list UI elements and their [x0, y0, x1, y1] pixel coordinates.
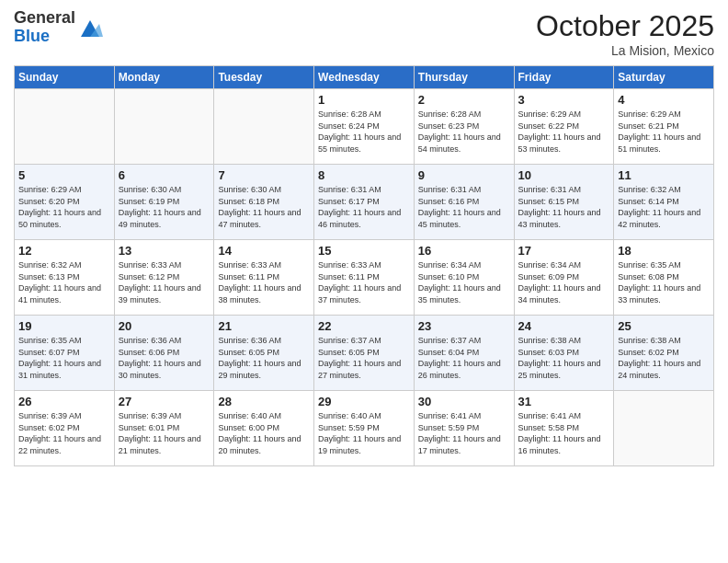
day-info: Sunrise: 6:30 AM Sunset: 6:19 PM Dayligh…	[119, 184, 210, 230]
day-number: 22	[318, 319, 410, 333]
day-info: Sunrise: 6:39 AM Sunset: 6:02 PM Dayligh…	[18, 410, 110, 456]
day-number: 14	[218, 244, 310, 258]
day-number: 23	[418, 319, 510, 333]
title-block: October 2025 La Mision, Mexico	[536, 9, 714, 58]
header-tuesday: Tuesday	[214, 66, 314, 89]
logo: General Blue	[14, 9, 103, 46]
day-cell: 12Sunrise: 6:32 AM Sunset: 6:13 PM Dayli…	[15, 240, 115, 316]
day-info: Sunrise: 6:32 AM Sunset: 6:13 PM Dayligh…	[18, 259, 110, 305]
day-number: 21	[218, 319, 310, 333]
day-number: 15	[318, 244, 410, 258]
day-cell: 4Sunrise: 6:29 AM Sunset: 6:21 PM Daylig…	[614, 89, 714, 165]
day-info: Sunrise: 6:40 AM Sunset: 6:00 PM Dayligh…	[218, 410, 310, 456]
day-cell: 31Sunrise: 6:41 AM Sunset: 5:58 PM Dayli…	[514, 391, 614, 466]
day-cell	[15, 89, 115, 165]
day-cell: 14Sunrise: 6:33 AM Sunset: 6:11 PM Dayli…	[214, 240, 314, 316]
day-cell: 15Sunrise: 6:33 AM Sunset: 6:11 PM Dayli…	[314, 240, 415, 316]
day-cell: 18Sunrise: 6:35 AM Sunset: 6:08 PM Dayli…	[614, 240, 714, 316]
day-number: 24	[518, 319, 610, 333]
day-cell: 24Sunrise: 6:38 AM Sunset: 6:03 PM Dayli…	[514, 316, 614, 391]
day-cell: 2Sunrise: 6:28 AM Sunset: 6:23 PM Daylig…	[414, 89, 514, 165]
day-cell: 30Sunrise: 6:41 AM Sunset: 5:59 PM Dayli…	[414, 391, 514, 466]
day-cell: 3Sunrise: 6:29 AM Sunset: 6:22 PM Daylig…	[514, 89, 614, 165]
header-friday: Friday	[514, 66, 614, 89]
day-info: Sunrise: 6:29 AM Sunset: 6:22 PM Dayligh…	[518, 109, 610, 155]
day-cell: 16Sunrise: 6:34 AM Sunset: 6:10 PM Dayli…	[414, 240, 514, 316]
day-number: 10	[518, 168, 610, 182]
day-info: Sunrise: 6:33 AM Sunset: 6:12 PM Dayligh…	[119, 259, 210, 305]
day-info: Sunrise: 6:33 AM Sunset: 6:11 PM Dayligh…	[318, 259, 410, 305]
day-cell: 27Sunrise: 6:39 AM Sunset: 6:01 PM Dayli…	[114, 391, 214, 466]
day-info: Sunrise: 6:41 AM Sunset: 5:58 PM Dayligh…	[518, 410, 610, 456]
day-cell: 29Sunrise: 6:40 AM Sunset: 5:59 PM Dayli…	[314, 391, 415, 466]
day-cell: 13Sunrise: 6:33 AM Sunset: 6:12 PM Dayli…	[114, 240, 214, 316]
day-cell: 9Sunrise: 6:31 AM Sunset: 6:16 PM Daylig…	[414, 165, 514, 240]
day-info: Sunrise: 6:33 AM Sunset: 6:11 PM Dayligh…	[218, 259, 310, 305]
day-info: Sunrise: 6:31 AM Sunset: 6:16 PM Dayligh…	[418, 184, 510, 230]
day-info: Sunrise: 6:37 AM Sunset: 6:04 PM Dayligh…	[418, 335, 510, 381]
day-cell: 6Sunrise: 6:30 AM Sunset: 6:19 PM Daylig…	[114, 165, 214, 240]
day-number: 27	[119, 395, 210, 408]
day-cell: 25Sunrise: 6:38 AM Sunset: 6:02 PM Dayli…	[614, 316, 714, 391]
day-info: Sunrise: 6:39 AM Sunset: 6:01 PM Dayligh…	[119, 410, 210, 456]
header-wednesday: Wednesday	[314, 66, 415, 89]
day-number: 31	[518, 395, 610, 408]
day-info: Sunrise: 6:35 AM Sunset: 6:07 PM Dayligh…	[18, 335, 110, 381]
day-cell	[614, 391, 714, 466]
day-number: 9	[418, 168, 510, 182]
day-cell: 8Sunrise: 6:31 AM Sunset: 6:17 PM Daylig…	[314, 165, 415, 240]
day-number: 26	[18, 395, 110, 408]
day-number: 1	[318, 93, 410, 107]
day-info: Sunrise: 6:32 AM Sunset: 6:14 PM Dayligh…	[618, 184, 710, 230]
day-info: Sunrise: 6:28 AM Sunset: 6:23 PM Dayligh…	[418, 109, 510, 155]
day-cell	[214, 89, 314, 165]
day-number: 12	[18, 244, 110, 258]
day-info: Sunrise: 6:36 AM Sunset: 6:06 PM Dayligh…	[119, 335, 210, 381]
week-row-4: 19Sunrise: 6:35 AM Sunset: 6:07 PM Dayli…	[15, 316, 714, 391]
logo-general: General	[14, 8, 75, 27]
day-cell: 21Sunrise: 6:36 AM Sunset: 6:05 PM Dayli…	[214, 316, 314, 391]
day-cell: 1Sunrise: 6:28 AM Sunset: 6:24 PM Daylig…	[314, 89, 415, 165]
month-title: October 2025	[536, 9, 714, 43]
day-info: Sunrise: 6:38 AM Sunset: 6:02 PM Dayligh…	[618, 335, 710, 381]
day-cell: 26Sunrise: 6:39 AM Sunset: 6:02 PM Dayli…	[15, 391, 115, 466]
location: La Mision, Mexico	[536, 43, 714, 58]
day-info: Sunrise: 6:38 AM Sunset: 6:03 PM Dayligh…	[518, 335, 610, 381]
header-saturday: Saturday	[614, 66, 714, 89]
logo-icon	[77, 15, 103, 40]
logo-blue: Blue	[14, 27, 50, 45]
day-number: 6	[119, 168, 210, 182]
calendar: SundayMondayTuesdayWednesdayThursdayFrid…	[14, 65, 714, 466]
page: General Blue October 2025 La Mision, Mex…	[0, 0, 728, 563]
day-number: 17	[518, 244, 610, 258]
header-thursday: Thursday	[414, 66, 514, 89]
day-cell: 28Sunrise: 6:40 AM Sunset: 6:00 PM Dayli…	[214, 391, 314, 466]
day-cell: 22Sunrise: 6:37 AM Sunset: 6:05 PM Dayli…	[314, 316, 415, 391]
day-number: 30	[418, 395, 510, 408]
day-cell: 20Sunrise: 6:36 AM Sunset: 6:06 PM Dayli…	[114, 316, 214, 391]
header-monday: Monday	[114, 66, 214, 89]
day-cell: 5Sunrise: 6:29 AM Sunset: 6:20 PM Daylig…	[15, 165, 115, 240]
week-row-2: 5Sunrise: 6:29 AM Sunset: 6:20 PM Daylig…	[15, 165, 714, 240]
week-row-1: 1Sunrise: 6:28 AM Sunset: 6:24 PM Daylig…	[15, 89, 714, 165]
day-number: 2	[418, 93, 510, 107]
day-info: Sunrise: 6:28 AM Sunset: 6:24 PM Dayligh…	[318, 109, 410, 155]
logo-text: General Blue	[14, 9, 75, 46]
day-number: 8	[318, 168, 410, 182]
day-number: 28	[218, 395, 310, 408]
day-number: 7	[218, 168, 310, 182]
day-number: 16	[418, 244, 510, 258]
week-row-3: 12Sunrise: 6:32 AM Sunset: 6:13 PM Dayli…	[15, 240, 714, 316]
day-info: Sunrise: 6:31 AM Sunset: 6:17 PM Dayligh…	[318, 184, 410, 230]
day-info: Sunrise: 6:31 AM Sunset: 6:15 PM Dayligh…	[518, 184, 610, 230]
day-number: 5	[18, 168, 110, 182]
day-info: Sunrise: 6:40 AM Sunset: 5:59 PM Dayligh…	[318, 410, 410, 456]
day-number: 20	[119, 319, 210, 333]
day-cell: 11Sunrise: 6:32 AM Sunset: 6:14 PM Dayli…	[614, 165, 714, 240]
day-number: 13	[119, 244, 210, 258]
day-number: 3	[518, 93, 610, 107]
day-cell: 23Sunrise: 6:37 AM Sunset: 6:04 PM Dayli…	[414, 316, 514, 391]
day-info: Sunrise: 6:37 AM Sunset: 6:05 PM Dayligh…	[318, 335, 410, 381]
day-number: 18	[618, 244, 710, 258]
day-cell: 7Sunrise: 6:30 AM Sunset: 6:18 PM Daylig…	[214, 165, 314, 240]
